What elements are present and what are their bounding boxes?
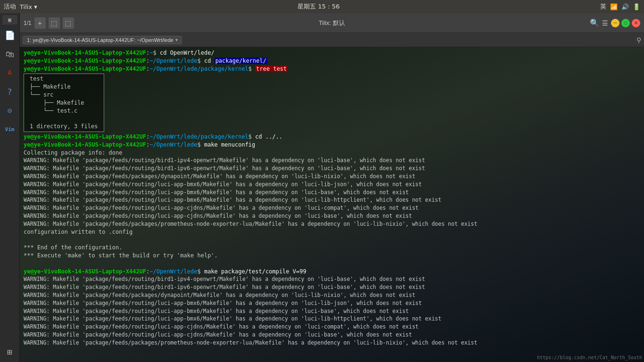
prompt-4: ye@ye-VivoBook-14-ASUS-Laptop-X442UF: [24, 133, 146, 140]
window-title: Tilix: 默认: [77, 19, 587, 27]
add-tab-button[interactable]: +: [34, 17, 46, 29]
tab-pin-icon: ⚲: [636, 36, 641, 44]
sound-icon: 🔊: [621, 3, 629, 10]
warning-16: WARNING: Makefile 'package/feeds/routing…: [24, 323, 640, 331]
warning-6: WARNING: Makefile 'package/feeds/routing…: [24, 196, 640, 204]
sidebar-icon-red[interactable]: A: [1, 64, 18, 81]
blank-line-1: [24, 236, 640, 244]
minimize-button[interactable]: ─: [611, 19, 619, 27]
sidebar-icon-store[interactable]: 🛍: [1, 45, 18, 62]
terminal-area: 1/1 + ⬚ ⬚ Tilix: 默认 🔍 ☰ ─ □ ✕ 1: ye@ye-V…: [20, 13, 644, 362]
datetime: 星期五 15：56: [297, 2, 339, 11]
system-bar-left: 活动 Tilix ▾: [4, 2, 37, 11]
terminal-line-5: ye@ye-VivoBook-14-ASUS-Laptop-X442UF:~/O…: [24, 141, 640, 149]
tab-dropdown-icon[interactable]: ▾: [175, 37, 178, 42]
prompt-2: ye@ye-VivoBook-14-ASUS-Laptop-X442UF: [24, 58, 146, 64]
warning-5: WARNING: Makefile 'package/feeds/routing…: [24, 189, 640, 197]
tree-output-box: test ├── Makefile └── src ├── Makefile └…: [24, 74, 104, 132]
output-end2: *** Execute 'make' to start the build or…: [24, 252, 640, 260]
warning-15: WARNING: Makefile 'package/feeds/routing…: [24, 315, 640, 323]
window-controls: ─ □ ✕: [611, 19, 640, 27]
warning-17: WARNING: Makefile 'package/feeds/routing…: [24, 331, 640, 339]
terminal-line-1: ye@ye-VivoBook-14-ASUS-Laptop-X442UF:~$ …: [24, 49, 640, 57]
system-bar-right: 英 📶 🔊 🔋: [600, 2, 640, 11]
system-bar-center: 星期五 15：56: [297, 2, 339, 11]
output-end1: *** End of the configuration.: [24, 244, 640, 252]
prompt-1: ye@ye-VivoBook-14-ASUS-Laptop-X442UF: [24, 49, 146, 56]
output-config: configuration written to .config: [24, 228, 640, 236]
split-v-button[interactable]: ⬚: [63, 17, 74, 29]
language-indicator[interactable]: 英: [600, 2, 606, 11]
tilix-window: ▣ 📄 🛍 A ? ⊙ Vim ⊞ 1/1 + ⬚ ⬚ Tilix: 默认 🔍 …: [0, 13, 644, 362]
maximize-button[interactable]: □: [621, 19, 630, 27]
sidebar-icon-1[interactable]: ▣: [2, 15, 17, 25]
search-icon[interactable]: 🔍: [590, 18, 599, 27]
warning-11: WARNING: Makefile 'package/feeds/routing…: [24, 283, 640, 291]
terminal-line-2: ye@ye-VivoBook-14-ASUS-Laptop-X442UF:~/O…: [24, 57, 640, 65]
wifi-icon: 📶: [610, 3, 618, 10]
sidebar-icon-files[interactable]: 📄: [1, 26, 18, 43]
warning-12: WARNING: Makefile 'package/feeds/package…: [24, 291, 640, 299]
terminal-tabbar: 1: ye@ye-VivoBook-14-ASUS-Laptop-X442UF:…: [20, 33, 644, 47]
menu-icon[interactable]: ☰: [602, 19, 608, 27]
warning-7: WARNING: Makefile 'package/feeds/routing…: [24, 204, 640, 212]
system-bar: 活动 Tilix ▾ 星期五 15：56 英 📶 🔊 🔋: [0, 0, 644, 13]
sidebar-icon-grid[interactable]: ⊞: [1, 343, 18, 360]
terminal-content[interactable]: ye@ye-VivoBook-14-ASUS-Laptop-X442UF:~$ …: [20, 47, 644, 362]
warning-8: WARNING: Makefile 'package/feeds/routing…: [24, 212, 640, 220]
sidebar-icon-vim[interactable]: Vim: [1, 121, 18, 138]
sidebar-icon-circle[interactable]: ⊙: [1, 102, 18, 119]
terminal-tab-1[interactable]: 1: ye@ye-VivoBook-14-ASUS-Laptop-X442UF:…: [23, 36, 182, 44]
warning-4: WARNING: Makefile 'package/feeds/routing…: [24, 181, 640, 189]
tilix-titlebar: 1/1 + ⬚ ⬚ Tilix: 默认 🔍 ☰ ─ □ ✕: [20, 13, 644, 33]
terminal-line-3: ye@ye-VivoBook-14-ASUS-Laptop-X442UF:~/O…: [24, 65, 640, 73]
warning-3: WARNING: Makefile 'package/feeds/package…: [24, 173, 640, 181]
output-collecting: Collecting package info: done: [24, 149, 640, 157]
warning-13: WARNING: Makefile 'package/feeds/routing…: [24, 299, 640, 307]
warning-10: WARNING: Makefile 'package/feeds/routing…: [24, 275, 640, 283]
warning-1: WARNING: Makefile 'package/feeds/routing…: [24, 156, 640, 165]
activities-button[interactable]: 活动: [4, 2, 16, 11]
blank-line-2: [24, 260, 640, 268]
url-watermark: https://blog.csdn.net/Cat_North_South: [537, 354, 642, 361]
tab-label: 1: ye@ye-VivoBook-14-ASUS-Laptop-X442UF:…: [27, 37, 173, 43]
warning-9: WARNING: Makefile 'package/feeds/package…: [24, 220, 640, 228]
split-h-button[interactable]: ⬚: [49, 17, 60, 29]
terminal-text-area: ye@ye-VivoBook-14-ASUS-Laptop-X442UF:~$ …: [24, 49, 640, 346]
warning-18: WARNING: Makefile 'package/feeds/package…: [24, 339, 640, 347]
prompt-5: ye@ye-VivoBook-14-ASUS-Laptop-X442UF: [24, 141, 146, 148]
left-sidebar: ▣ 📄 🛍 A ? ⊙ Vim ⊞: [0, 13, 20, 362]
warning-14: WARNING: Makefile 'package/feeds/routing…: [24, 307, 640, 315]
warning-2: WARNING: Makefile 'package/feeds/routing…: [24, 165, 640, 173]
terminal-line-4: ye@ye-VivoBook-14-ASUS-Laptop-X442UF:~/O…: [24, 133, 640, 141]
battery-icon: 🔋: [633, 3, 640, 10]
terminal-line-6: ye@ye-VivoBook-14-ASUS-Laptop-X442UF:~/O…: [24, 268, 640, 276]
sidebar-icon-question[interactable]: ?: [1, 83, 18, 100]
prompt-6: ye@ye-VivoBook-14-ASUS-Laptop-X442UF: [24, 268, 146, 275]
tab-indicator: 1/1: [24, 20, 32, 26]
app-name[interactable]: Tilix ▾: [20, 3, 37, 10]
prompt-3: ye@ye-VivoBook-14-ASUS-Laptop-X442UF: [24, 66, 146, 72]
close-button[interactable]: ✕: [632, 19, 640, 27]
